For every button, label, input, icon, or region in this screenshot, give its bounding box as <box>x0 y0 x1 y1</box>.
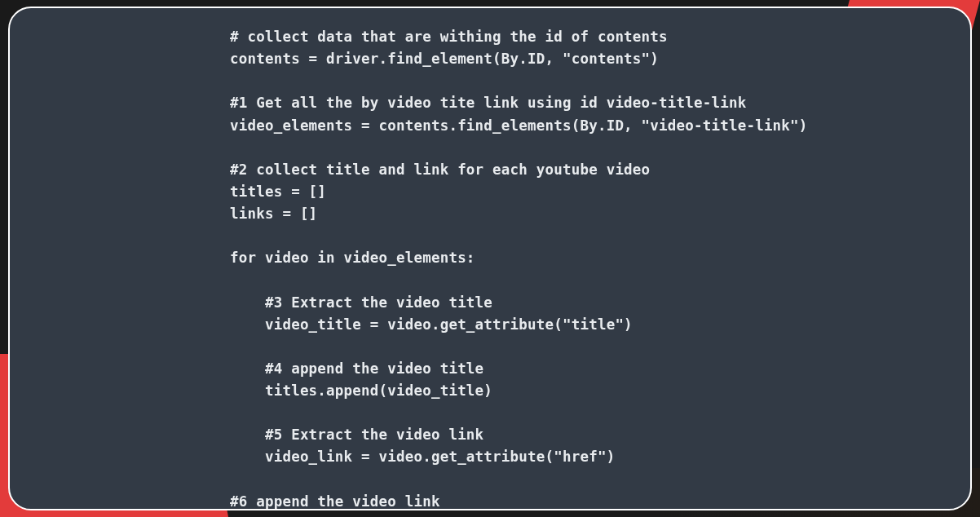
code-block: # collect data that are withing the id o… <box>230 26 938 510</box>
code-card: # collect data that are withing the id o… <box>8 7 972 510</box>
code-content: # collect data that are withing the id o… <box>230 29 808 510</box>
